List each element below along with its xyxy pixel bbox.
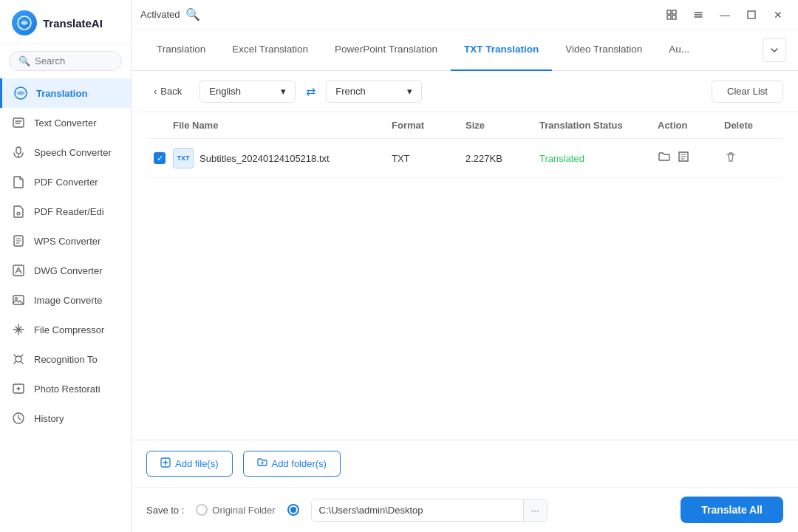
search-bar[interactable]: 🔍 bbox=[9, 51, 122, 71]
search-icon: 🔍 bbox=[18, 55, 30, 66]
svg-rect-13 bbox=[672, 10, 676, 14]
sidebar-item-wps-converter[interactable]: WPS Converter bbox=[0, 226, 131, 256]
tab-txt-translation[interactable]: TXT Translation bbox=[451, 30, 552, 71]
sidebar-item-label: History bbox=[34, 413, 64, 424]
image-icon bbox=[10, 292, 27, 308]
status-text: Activated bbox=[140, 9, 180, 20]
tab-bar: Translation Excel Translation PowerPoint… bbox=[132, 30, 798, 71]
speech-icon bbox=[10, 144, 27, 160]
tab-excel-translation[interactable]: Excel Translation bbox=[219, 30, 321, 71]
search-input[interactable] bbox=[35, 55, 112, 66]
header-status: Translation Status bbox=[539, 120, 658, 131]
back-button[interactable]: ‹ Back bbox=[146, 82, 189, 100]
chevron-down-icon: ▾ bbox=[407, 86, 412, 97]
sidebar-item-label: PDF Reader/Edi bbox=[34, 206, 104, 217]
translation-status: Translated bbox=[539, 153, 658, 164]
maximize-button[interactable] bbox=[740, 6, 763, 24]
radio-empty-icon bbox=[196, 504, 208, 516]
header-delete: Delete bbox=[724, 120, 783, 131]
sidebar-item-file-compressor[interactable]: File Compressor bbox=[0, 315, 131, 344]
main-content: Activated 🔍 — ✕ Translation bbox=[132, 0, 798, 532]
clear-list-button[interactable]: Clear List bbox=[712, 80, 783, 103]
row-checkbox[interactable]: ✓ bbox=[146, 152, 173, 164]
save-to-bar: Save to : Original Folder ··· Translate … bbox=[132, 487, 798, 532]
sidebar-item-recognition[interactable]: Recognition To bbox=[0, 344, 131, 374]
action-icons bbox=[658, 150, 724, 166]
activation-status: Activated 🔍 bbox=[140, 7, 200, 21]
sidebar-item-label: Recognition To bbox=[34, 354, 98, 365]
delete-icon[interactable] bbox=[724, 153, 737, 166]
swap-language-button[interactable]: ⇄ bbox=[306, 84, 316, 98]
sidebar-item-photo-restore[interactable]: Photo Restorati bbox=[0, 374, 131, 403]
svg-point-8 bbox=[16, 298, 18, 300]
translate-all-button[interactable]: Translate All bbox=[681, 497, 783, 523]
svg-rect-6 bbox=[13, 265, 24, 276]
sidebar-item-label: Text Converter bbox=[34, 117, 97, 129]
sidebar-item-pdf-reader[interactable]: PDF Reader/Edi bbox=[0, 197, 131, 226]
svg-rect-3 bbox=[16, 147, 21, 154]
header-size: Size bbox=[466, 120, 539, 131]
svg-rect-16 bbox=[748, 11, 755, 18]
minimize-button[interactable]: — bbox=[714, 6, 736, 24]
file-format: TXT bbox=[392, 153, 466, 164]
file-type-icon: TXT bbox=[173, 148, 194, 168]
sidebar-item-label: PDF Converter bbox=[34, 177, 98, 188]
history-icon bbox=[10, 410, 27, 426]
tab-translation[interactable]: Translation bbox=[143, 30, 219, 71]
sidebar-item-image-converter[interactable]: Image Converte bbox=[0, 285, 131, 315]
source-language-select[interactable]: English ▾ bbox=[200, 80, 296, 103]
menu-button[interactable] bbox=[687, 6, 709, 24]
tab-label: Au... bbox=[669, 44, 689, 55]
tab-audio[interactable]: Au... bbox=[655, 30, 703, 71]
custom-path-radio[interactable] bbox=[287, 504, 299, 516]
back-arrow-icon: ‹ bbox=[154, 86, 157, 97]
preview-icon[interactable] bbox=[677, 150, 690, 166]
checkbox-checked[interactable]: ✓ bbox=[154, 152, 166, 164]
radio-filled-icon bbox=[287, 504, 299, 516]
svg-rect-12 bbox=[667, 10, 671, 14]
add-folder-button[interactable]: Add folder(s) bbox=[243, 451, 341, 477]
sidebar-item-translation[interactable]: Translation bbox=[0, 78, 131, 108]
file-name-cell: TXT Subtitles_20240124105218.txt bbox=[173, 148, 392, 168]
text-converter-icon bbox=[10, 115, 27, 131]
header-action: Action bbox=[658, 120, 724, 131]
open-folder-icon[interactable] bbox=[658, 150, 671, 166]
header-format: Format bbox=[392, 120, 466, 131]
sidebar-item-pdf-converter[interactable]: PDF Converter bbox=[0, 167, 131, 197]
table-row: ✓ TXT Subtitles_20240124105218.txt TXT 2… bbox=[146, 139, 783, 178]
save-path-input[interactable] bbox=[312, 499, 523, 521]
original-folder-label: Original Folder bbox=[212, 505, 275, 516]
svg-point-4 bbox=[17, 212, 20, 215]
browse-button[interactable]: ··· bbox=[523, 499, 547, 521]
add-files-bar: Add file(s) Add folder(s) bbox=[132, 440, 798, 487]
clear-label: Clear List bbox=[727, 86, 768, 97]
sidebar-item-text-converter[interactable]: Text Converter bbox=[0, 108, 131, 137]
sidebar-item-history[interactable]: History bbox=[0, 403, 131, 433]
sidebar-item-speech-converter[interactable]: Speech Converter bbox=[0, 137, 131, 167]
layout-button[interactable] bbox=[661, 6, 683, 24]
svg-rect-15 bbox=[672, 16, 676, 19]
dwg-icon bbox=[10, 262, 27, 279]
logo-icon bbox=[12, 10, 37, 35]
compress-icon bbox=[10, 321, 27, 338]
save-path-container: ··· bbox=[311, 499, 548, 522]
search-icon[interactable]: 🔍 bbox=[185, 7, 200, 21]
recognition-icon bbox=[10, 351, 27, 367]
sidebar-item-dwg-converter[interactable]: DWG Converter bbox=[0, 256, 131, 285]
delete-cell bbox=[724, 150, 783, 166]
target-language-select[interactable]: French ▾ bbox=[326, 80, 422, 103]
tab-label: Excel Translation bbox=[232, 44, 308, 55]
sidebar-item-label: WPS Converter bbox=[34, 236, 100, 247]
add-folder-label: Add folder(s) bbox=[272, 458, 327, 469]
tab-powerpoint-translation[interactable]: PowerPoint Translation bbox=[321, 30, 451, 71]
sidebar-item-label: Photo Restorati bbox=[34, 383, 100, 395]
tab-video-translation[interactable]: Video Translation bbox=[552, 30, 655, 71]
add-files-button[interactable]: Add file(s) bbox=[146, 451, 233, 477]
tab-overflow-button[interactable] bbox=[763, 38, 786, 62]
sidebar-item-label: DWG Converter bbox=[34, 265, 102, 276]
close-button[interactable]: ✕ bbox=[767, 6, 789, 24]
translation-icon bbox=[13, 85, 29, 101]
toolbar: ‹ Back English ▾ ⇄ French ▾ Clear List bbox=[132, 71, 798, 112]
original-folder-radio[interactable]: Original Folder bbox=[196, 504, 275, 516]
app-name: TranslateAI bbox=[43, 17, 103, 30]
